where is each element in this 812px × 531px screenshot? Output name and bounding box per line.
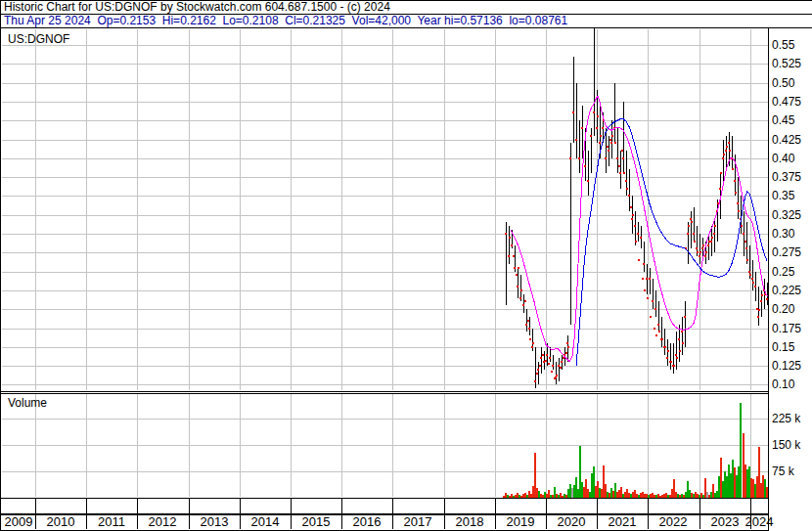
- price-axis-tick: 0.425: [772, 133, 801, 147]
- year-axis-label: 2011: [95, 515, 128, 529]
- year-axis-label: 2017: [401, 515, 434, 529]
- price-axis-tick: 0.15: [772, 340, 794, 354]
- price-axis-tick: 0.25: [772, 265, 794, 279]
- year-axis-label: 2024: [743, 515, 776, 529]
- volume-axis-tick: 75 k: [772, 465, 794, 478]
- price-axis-tick: 0.30: [772, 227, 794, 241]
- year-axis-label: 2021: [606, 515, 639, 529]
- year-axis-label: 2016: [350, 515, 383, 529]
- price-axis-tick: 0.10: [772, 377, 794, 391]
- volume-axis-tick: 150 k: [772, 438, 800, 452]
- price-axis-tick: 0.225: [772, 284, 801, 297]
- price-axis-tick: 0.40: [772, 152, 794, 165]
- symbol-label: US:DGNOF: [8, 32, 69, 46]
- stock-chart-canvas: [0, 0, 812, 531]
- year-axis-label: 2018: [453, 515, 486, 529]
- year-axis-label: 2014: [248, 515, 282, 529]
- year-axis-label: 2023: [708, 515, 742, 529]
- year-axis-label: 2020: [555, 515, 588, 529]
- volume-panel-label: Volume: [8, 396, 47, 410]
- year-axis-label: 2012: [146, 515, 179, 529]
- price-axis-tick: 0.525: [772, 57, 801, 70]
- price-axis-tick: 0.175: [772, 322, 801, 335]
- price-axis-tick: 0.50: [772, 76, 794, 90]
- year-axis-label: 2009: [2, 515, 35, 529]
- year-axis-label: 2013: [198, 515, 231, 529]
- price-axis-tick: 0.275: [772, 245, 801, 259]
- year-axis-label: 2022: [656, 515, 690, 529]
- price-axis-tick: 0.35: [772, 189, 794, 202]
- year-axis-label: 2010: [44, 515, 77, 529]
- price-axis-tick: 0.125: [772, 359, 801, 373]
- price-axis-tick: 0.475: [772, 95, 801, 109]
- volume-axis-tick: 225 k: [772, 412, 800, 425]
- stockwatch-chart-window: Historic Chart for US:DGNOF by Stockwatc…: [0, 0, 812, 531]
- price-axis-tick: 0.375: [772, 170, 801, 184]
- year-axis-label: 2015: [299, 515, 333, 529]
- price-axis-tick: 0.55: [772, 38, 794, 52]
- price-axis-tick: 0.325: [772, 208, 801, 222]
- year-axis-label: 2019: [504, 515, 537, 529]
- price-axis-tick: 0.20: [772, 302, 794, 316]
- price-axis-tick: 0.45: [772, 113, 794, 127]
